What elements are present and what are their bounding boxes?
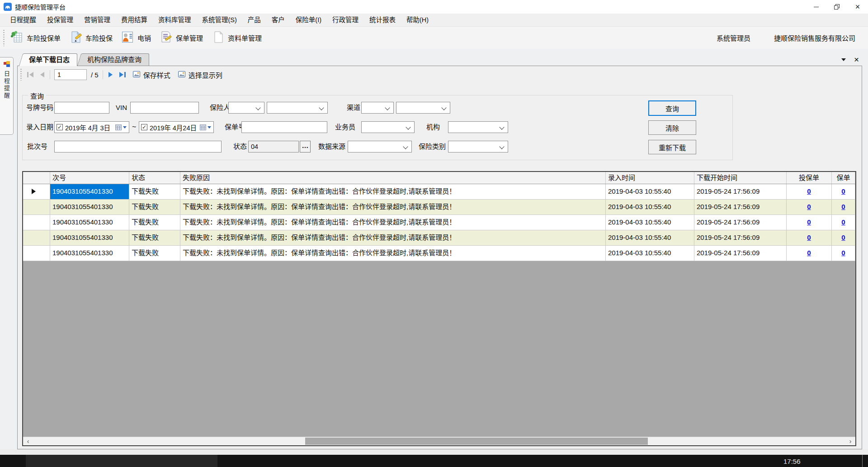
column-header[interactable]	[23, 172, 50, 184]
toolbar-button-policy-manage[interactable]: 保单管理	[156, 29, 208, 47]
taskbar-app-segment[interactable]	[26, 455, 217, 467]
proposal-cell[interactable]: 0	[787, 200, 832, 214]
reason-cell[interactable]: 下载失败：未找到保单详情。原因：保单详情查询出错：合作伙伴登录超时,请联系管理员…	[180, 184, 606, 199]
proposal-count-link[interactable]: 0	[807, 218, 811, 226]
status-input[interactable]: 04	[248, 141, 299, 152]
column-header[interactable]: 下载开始时间	[694, 172, 787, 184]
column-header[interactable]: 保单	[832, 172, 855, 184]
row-selector-cell[interactable]	[23, 230, 50, 245]
policy-cell[interactable]: 0	[832, 200, 855, 214]
status-cell[interactable]: 下载失败	[129, 230, 180, 245]
horizontal-scrollbar[interactable]: ‹ ›	[23, 437, 855, 445]
scroll-left-icon[interactable]: ‹	[25, 438, 31, 444]
choose-columns-button[interactable]: 选择显示列	[176, 70, 224, 80]
toolbar-button-document-manage[interactable]: 资料单管理	[208, 29, 267, 47]
batch-cell[interactable]: 1904031055401330	[50, 246, 129, 261]
toolbar-button-telemarketing[interactable]: 电销	[118, 29, 156, 47]
policy-count-link[interactable]: 0	[841, 218, 845, 226]
insurer-select-1[interactable]	[228, 102, 264, 114]
batch-cell[interactable]: 1904031055401330	[50, 200, 129, 214]
row-selector-cell[interactable]	[23, 184, 50, 199]
insurer-select-2[interactable]	[267, 102, 328, 114]
minimize-button[interactable]	[806, 0, 826, 14]
date-to-checkbox[interactable]: ✓	[141, 124, 147, 130]
plate-input[interactable]	[54, 102, 109, 114]
reason-cell[interactable]: 下载失败：未找到保单详情。原因：保单详情查询出错：合作伙伴登录超时,请联系管理员…	[180, 215, 606, 230]
download-start-cell[interactable]: 2019-05-24 17:56:09	[694, 246, 787, 261]
reason-cell[interactable]: 下载失败：未找到保单详情。原因：保单详情查询出错：合作伙伴登录超时,请联系管理员…	[180, 230, 606, 245]
prev-page-button[interactable]	[39, 72, 46, 77]
column-header[interactable]: 投保单	[787, 172, 832, 184]
side-tab-schedule[interactable]: 日程提醒	[0, 57, 14, 135]
download-start-cell[interactable]: 2019-05-24 17:56:09	[694, 200, 787, 214]
proposal-cell[interactable]: 0	[787, 184, 832, 199]
status-cell[interactable]: 下载失败	[129, 215, 180, 230]
maximize-button[interactable]	[826, 0, 847, 14]
entry-time-cell[interactable]: 2019-04-03 10:55:40	[606, 200, 694, 214]
menu-item[interactable]: 费用结算	[116, 14, 153, 25]
menu-item[interactable]: 行政管理	[327, 14, 364, 25]
proposal-cell[interactable]: 0	[787, 246, 832, 261]
page-number-input[interactable]: 1	[54, 69, 87, 80]
status-browse-button[interactable]: …	[300, 141, 311, 152]
redownload-button[interactable]: 重新下载	[648, 140, 696, 154]
policy-count-link[interactable]: 0	[841, 203, 845, 210]
menu-item[interactable]: 保险单(I)	[290, 14, 327, 25]
category-select[interactable]	[448, 141, 508, 152]
channel-select-2[interactable]	[396, 102, 450, 114]
policy-count-link[interactable]: 0	[841, 187, 845, 195]
tab-list-dropdown-icon[interactable]	[841, 58, 846, 61]
table-row[interactable]: 1904031055401330下载失败下载失败：未找到保单详情。原因：保单详情…	[23, 184, 855, 200]
date-to-picker[interactable]: ✓ 2019年 4月24日	[139, 121, 214, 133]
table-row[interactable]: 1904031055401330下载失败下载失败：未找到保单详情。原因：保单详情…	[23, 200, 855, 215]
proposal-cell[interactable]: 0	[787, 230, 832, 245]
menu-item[interactable]: 帮助(H)	[401, 14, 434, 25]
scrollbar-thumb[interactable]	[305, 438, 648, 445]
first-page-button[interactable]	[26, 72, 35, 77]
policy-cell[interactable]: 0	[832, 184, 855, 199]
policy-cell[interactable]: 0	[832, 246, 855, 261]
entry-time-cell[interactable]: 2019-04-03 10:55:40	[606, 246, 694, 261]
policy-count-link[interactable]: 0	[841, 234, 845, 241]
column-header[interactable]: 失败原因	[180, 172, 606, 184]
vin-input[interactable]	[130, 102, 199, 114]
proposal-count-link[interactable]: 0	[807, 249, 811, 257]
toolbar-button-car-insure[interactable]: 车险投保	[66, 29, 118, 47]
close-button[interactable]: ×	[847, 0, 868, 14]
table-row[interactable]: 1904031055401330下载失败下载失败：未找到保单详情。原因：保单详情…	[23, 215, 855, 230]
reason-cell[interactable]: 下载失败：未找到保单详情。原因：保单详情查询出错：合作伙伴登录超时,请联系管理员…	[180, 246, 606, 261]
status-cell[interactable]: 下载失败	[129, 200, 180, 214]
row-selector-cell[interactable]	[23, 200, 50, 214]
pager-grip[interactable]	[20, 69, 22, 81]
scroll-right-icon[interactable]: ›	[847, 438, 854, 444]
last-page-button[interactable]	[118, 72, 127, 77]
menu-item[interactable]: 资料库管理	[153, 14, 197, 25]
date-from-picker[interactable]: ✓ 2019年 4月 3日	[54, 121, 129, 133]
windows-taskbar[interactable]: 17:56	[0, 455, 868, 467]
menu-item[interactable]: 营销管理	[79, 14, 116, 25]
menu-item[interactable]: 客户	[266, 14, 290, 25]
save-style-button[interactable]: 保存样式	[131, 70, 172, 80]
menu-item[interactable]: 日程提醒	[5, 14, 42, 25]
date-from-checkbox[interactable]: ✓	[57, 124, 63, 130]
policy-count-link[interactable]: 0	[841, 249, 845, 257]
menu-item[interactable]: 产品	[242, 14, 266, 25]
column-header[interactable]: 状态	[129, 172, 180, 184]
menu-item[interactable]: 系统管理(S)	[197, 14, 242, 25]
download-start-cell[interactable]: 2019-05-24 17:56:09	[694, 230, 787, 245]
entry-time-cell[interactable]: 2019-04-03 10:55:40	[606, 215, 694, 230]
table-row[interactable]: 1904031055401330下载失败下载失败：未找到保单详情。原因：保单详情…	[23, 246, 855, 261]
channel-select-1[interactable]	[361, 102, 394, 114]
tab-inactive[interactable]: 机构保险品牌查询	[83, 53, 149, 66]
batch-input[interactable]	[54, 141, 222, 152]
menu-item[interactable]: 投保管理	[42, 14, 79, 25]
status-cell[interactable]: 下载失败	[129, 184, 180, 199]
batch-cell[interactable]: 1904031055401330	[50, 184, 129, 199]
row-selector-cell[interactable]	[23, 246, 50, 261]
date-dropdown-icon[interactable]	[208, 126, 211, 129]
proposal-cell[interactable]: 0	[787, 215, 832, 230]
policy-no-input[interactable]	[241, 121, 327, 133]
source-select[interactable]	[348, 141, 412, 152]
batch-cell[interactable]: 1904031055401330	[50, 215, 129, 230]
column-header[interactable]: 录入时间	[606, 172, 694, 184]
